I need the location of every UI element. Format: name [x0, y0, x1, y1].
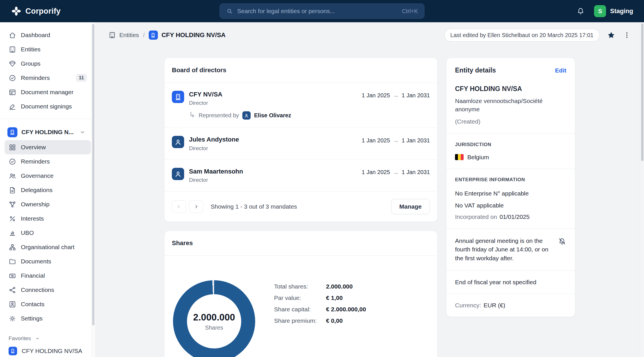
sidebar-item-entity-reminders[interactable]: Reminders	[5, 154, 91, 169]
sidebar-item-ubo[interactable]: UBO	[5, 226, 91, 240]
sidebar-item-governance[interactable]: Governance	[5, 169, 91, 183]
stat-value: € 2.000.000,00	[326, 304, 366, 315]
favorites-header[interactable]: Favorites	[5, 333, 91, 344]
entities-icon	[108, 31, 116, 39]
sidebar-item-organisational-chart[interactable]: Organisational chart	[5, 240, 91, 254]
pagination-summary: Showing 1 - 3 out of 3 mandates	[211, 203, 297, 210]
sidebar-item-contacts[interactable]: Contacts	[5, 297, 91, 311]
board-of-directors-card: Board of directors CFY NV/SA Director	[164, 58, 438, 222]
sidebar-item-label: Dashboard	[21, 32, 50, 39]
sidebar-item-label: Reminders	[21, 74, 50, 81]
sidebar-item-documents[interactable]: Documents	[5, 254, 91, 269]
currency-value: EUR (€)	[484, 302, 505, 309]
incorporated-row: Incorporated on 01/01/2025	[455, 213, 566, 220]
chevron-down-icon	[35, 336, 40, 341]
enterprise-information-section: ENTERPRISE INFORMATION No Enterprise N° …	[446, 169, 575, 228]
sidebar-item-overview[interactable]: Overview	[5, 140, 91, 154]
sidebar-item-label: Ownership	[21, 201, 49, 208]
stat-value: € 1,00	[326, 292, 343, 304]
stat-value: 2.000.000	[326, 281, 353, 292]
sidebar-item-entities[interactable]: Entities	[5, 42, 91, 57]
sidebar-item-connections[interactable]: Connections	[5, 283, 91, 297]
edit-link[interactable]: Edit	[555, 67, 566, 74]
sidebar-item-label: Documents	[21, 258, 51, 265]
sidebar-scrollbar[interactable]	[91, 22, 95, 357]
corner-arrow-icon: ↳	[189, 111, 195, 118]
favorite-entity-item[interactable]: CFY HOLDING NV/SA	[5, 344, 91, 357]
window-scrollbar-thumb[interactable]	[641, 23, 643, 161]
share-nodes-icon	[9, 286, 16, 294]
sidebar-item-label: Document signings	[21, 103, 72, 110]
breadcrumb-current[interactable]: CFY HOLDING NV/SA	[149, 31, 226, 40]
avatar[interactable]: S	[594, 5, 606, 17]
mandate-dates: 1 Jan 2025 → 1 Jan 2031	[362, 91, 430, 99]
search-placeholder: Search for legal entities or persons...	[237, 8, 398, 15]
entity-selector[interactable]: CFY HOLDING N...	[5, 124, 91, 140]
favorite-star-icon[interactable]	[607, 31, 615, 39]
sidebar-item-document-signings[interactable]: Document signings	[5, 99, 91, 114]
pagination	[172, 200, 203, 213]
board-card-header: Board of directors	[164, 58, 437, 83]
sidebar-item-groups[interactable]: Groups	[5, 57, 91, 71]
incorporated-date: 01/01/2025	[500, 213, 530, 220]
donut-center: 2.000.000 Shares	[173, 280, 255, 357]
left-column: Board of directors CFY NV/SA Director	[164, 58, 438, 357]
kebab-menu-icon[interactable]	[623, 31, 631, 39]
brand-name: Corporify	[25, 7, 61, 16]
sidebar-item-financial[interactable]: Financial	[5, 269, 91, 283]
check-circle-icon	[9, 74, 16, 82]
mandate-end-date: 1 Jan 2031	[402, 137, 430, 144]
entity-status: (Created)	[455, 118, 566, 125]
stat-label: Par value:	[274, 292, 326, 304]
sidebar-item-label: UBO	[21, 229, 34, 236]
representative-name[interactable]: Elise Olivarez	[254, 112, 291, 119]
shell: Dashboard Entities Groups Reminders	[0, 22, 644, 357]
sidebar-item-label: Groups	[21, 60, 41, 67]
sidebar-item-label: Financial	[21, 272, 45, 279]
bar-chart-icon	[9, 229, 16, 237]
entity-details-card: Entity details Edit CFY HOLDING NV/SA Na…	[446, 58, 575, 317]
sidebar-item-delegations[interactable]: Delegations	[5, 183, 91, 197]
entity-building-icon	[149, 31, 158, 40]
page-header-actions: Last edited by Ellen Stichelbaut on 20 M…	[444, 29, 631, 42]
notifications-bell-icon[interactable]	[576, 7, 585, 15]
shares-body: 2.000.000 Shares Total shares: 2.000.000	[164, 256, 437, 357]
pagination-prev-button[interactable]	[172, 200, 186, 213]
manage-button[interactable]: Manage	[391, 199, 430, 214]
bell-slash-icon[interactable]	[558, 237, 566, 246]
mandate-row[interactable]: Sam Maartensohn Director 1 Jan 2025 → 1 …	[164, 160, 437, 191]
represented-by-label: Represented by	[199, 112, 239, 119]
breadcrumb-current-label: CFY HOLDING NV/SA	[162, 31, 226, 39]
entity-building-icon	[172, 91, 184, 103]
pagination-next-button[interactable]	[189, 200, 203, 213]
sidebar-item-settings[interactable]: Settings	[5, 311, 91, 326]
breadcrumb-entities-link[interactable]: Entities	[108, 31, 139, 39]
mandate-role: Director	[189, 145, 239, 152]
favorites-label: Favorites	[9, 335, 31, 342]
sidebar-scrollbar-thumb[interactable]	[92, 24, 94, 325]
sidebar-item-interests[interactable]: Interests	[5, 211, 91, 226]
environment-label: Staging	[610, 7, 633, 15]
sidebar-item-label: Organisational chart	[21, 244, 75, 251]
represented-by-row: ↳ Represented by Elise Olivarez	[172, 111, 430, 120]
sidebar-item-ownership[interactable]: Ownership	[5, 197, 91, 211]
global-search[interactable]: Search for legal entities or persons... …	[220, 3, 424, 19]
mandate-row[interactable]: Jules Andystone Director 1 Jan 2025 → 1 …	[164, 128, 437, 160]
window-scrollbar[interactable]	[640, 22, 644, 357]
mandate-row[interactable]: CFY NV/SA Director 1 Jan 2025 → 1 Jan 20…	[164, 83, 437, 128]
jurisdiction-section: JURISDICTION Belgium	[446, 134, 575, 169]
mandate-name: Jules Andystone	[189, 136, 239, 143]
sidebar-item-reminders[interactable]: Reminders 11	[5, 71, 91, 85]
sidebar-item-dashboard[interactable]: Dashboard	[5, 28, 91, 42]
sidebar-divider	[0, 119, 95, 119]
home-icon	[9, 31, 16, 39]
last-edited-pill: Last edited by Ellen Stichelbaut on 20 M…	[444, 29, 599, 42]
entity-legal-form: Naamloze vennootschap/Société anonyme	[455, 97, 566, 114]
stat-row: Share capital: € 2.000.000,00	[274, 304, 366, 315]
brand[interactable]: Corporify	[11, 6, 61, 17]
vat-line: No VAT applicable	[455, 202, 566, 209]
users-icon	[9, 172, 16, 180]
sidebar-item-document-manager[interactable]: Document manager	[5, 85, 91, 99]
mandate-start-date: 1 Jan 2025	[362, 92, 390, 99]
org-chart-icon	[9, 243, 16, 251]
